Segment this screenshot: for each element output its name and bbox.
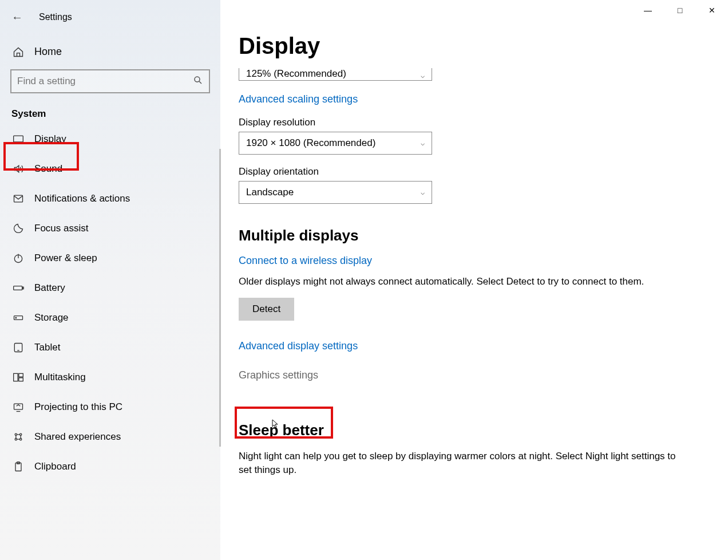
- multiple-displays-title: Multiple displays: [239, 227, 705, 244]
- nav-label: Battery: [34, 282, 65, 294]
- projecting-icon: [13, 401, 24, 413]
- sidebar-item-sound[interactable]: Sound: [0, 154, 220, 184]
- chevron-down-icon: ⌵: [421, 72, 425, 80]
- sidebar-item-projecting[interactable]: Projecting to this PC: [0, 392, 220, 422]
- sidebar-item-display[interactable]: Display: [0, 124, 220, 154]
- svg-point-10: [15, 317, 17, 318]
- nav-label: Tablet: [34, 342, 60, 353]
- svg-point-19: [15, 439, 17, 440]
- sidebar-item-home[interactable]: Home: [0, 38, 220, 66]
- scale-dropdown[interactable]: 125% (Recommended) ⌵: [239, 68, 432, 81]
- clipboard-icon: [13, 461, 24, 472]
- advanced-scaling-link[interactable]: Advanced scaling settings: [239, 93, 358, 105]
- multitasking-icon: [13, 372, 24, 383]
- search-box[interactable]: [10, 69, 210, 93]
- sleep-better-text: Night light can help you get to sleep by…: [239, 449, 685, 477]
- battery-icon: [13, 282, 24, 294]
- connect-wireless-link[interactable]: Connect to a wireless display: [239, 255, 372, 267]
- svg-point-20: [20, 439, 22, 440]
- svg-line-1: [199, 81, 201, 84]
- home-label: Home: [34, 46, 62, 58]
- focus-assist-icon: [13, 223, 24, 234]
- svg-point-18: [20, 433, 22, 435]
- svg-rect-15: [19, 378, 23, 381]
- svg-rect-8: [23, 287, 24, 289]
- page-title: Display: [239, 33, 705, 59]
- chevron-down-icon: ⌵: [421, 188, 425, 196]
- sidebar-item-focus-assist[interactable]: Focus assist: [0, 214, 220, 243]
- resolution-label: Display resolution: [239, 117, 705, 128]
- sidebar-item-notifications[interactable]: Notifications & actions: [0, 184, 220, 214]
- nav-label: Projecting to this PC: [34, 401, 122, 413]
- sidebar-item-multitasking[interactable]: Multitasking: [0, 362, 220, 392]
- main: — □ ✕ Display 125% (Recommended) ⌵ Advan…: [220, 0, 728, 560]
- notifications-icon: [13, 193, 24, 204]
- orientation-label: Display orientation: [239, 166, 705, 178]
- nav-label: Shared experiences: [34, 431, 121, 443]
- graphics-settings-link[interactable]: Graphics settings: [239, 369, 318, 381]
- nav-label: Storage: [34, 312, 69, 324]
- advanced-display-link[interactable]: Advanced display settings: [239, 340, 358, 352]
- titlebar-left: ← Settings: [0, 5, 220, 30]
- search-input[interactable]: [17, 76, 193, 87]
- detect-button[interactable]: Detect: [239, 298, 294, 321]
- window-controls: — □ ✕: [632, 0, 728, 21]
- maximize-button[interactable]: □: [664, 0, 696, 21]
- sidebar-item-battery[interactable]: Battery: [0, 273, 220, 303]
- detect-help-text: Older displays might not always connect …: [239, 275, 685, 289]
- svg-point-0: [195, 77, 200, 82]
- tablet-icon: [13, 342, 24, 353]
- section-header: System: [0, 93, 220, 124]
- orientation-value: Landscape: [246, 187, 294, 198]
- close-button[interactable]: ✕: [696, 0, 728, 21]
- sidebar-item-shared-experiences[interactable]: Shared experiences: [0, 422, 220, 452]
- power-icon: [13, 253, 24, 264]
- sleep-better-title: Sleep better: [239, 421, 705, 439]
- orientation-dropdown[interactable]: Landscape ⌵: [239, 181, 432, 204]
- nav-label: Clipboard: [34, 461, 76, 472]
- svg-rect-7: [14, 286, 22, 290]
- sidebar-item-tablet[interactable]: Tablet: [0, 333, 220, 362]
- svg-point-17: [15, 433, 17, 435]
- svg-rect-14: [19, 373, 23, 377]
- svg-rect-2: [14, 136, 23, 142]
- nav-label: Display: [34, 133, 66, 145]
- nav-label: Notifications & actions: [34, 193, 130, 204]
- shared-icon: [13, 431, 24, 443]
- svg-rect-13: [14, 373, 18, 381]
- chevron-down-icon: ⌵: [421, 139, 425, 147]
- back-arrow-icon[interactable]: ←: [11, 11, 23, 24]
- sound-icon: [13, 163, 24, 175]
- nav-label: Focus assist: [34, 223, 88, 234]
- content: Display 125% (Recommended) ⌵ Advanced sc…: [220, 0, 728, 560]
- resolution-dropdown[interactable]: 1920 × 1080 (Recommended) ⌵: [239, 132, 432, 155]
- scale-value: 125% (Recommended): [246, 68, 346, 80]
- sidebar-item-clipboard[interactable]: Clipboard: [0, 452, 220, 482]
- storage-icon: [13, 312, 24, 324]
- sidebar-item-storage[interactable]: Storage: [0, 303, 220, 333]
- resolution-value: 1920 × 1080 (Recommended): [246, 137, 375, 149]
- home-icon: [13, 46, 24, 58]
- display-icon: [13, 133, 24, 145]
- sidebar: ← Settings Home System Display Sound Not…: [0, 0, 220, 560]
- app-title: Settings: [39, 12, 72, 22]
- nav-label: Power & sleep: [34, 253, 97, 264]
- sidebar-item-power-sleep[interactable]: Power & sleep: [0, 243, 220, 273]
- nav-label: Sound: [34, 163, 62, 175]
- search-icon: [193, 75, 203, 88]
- minimize-button[interactable]: —: [632, 0, 664, 21]
- nav-label: Multitasking: [34, 372, 86, 383]
